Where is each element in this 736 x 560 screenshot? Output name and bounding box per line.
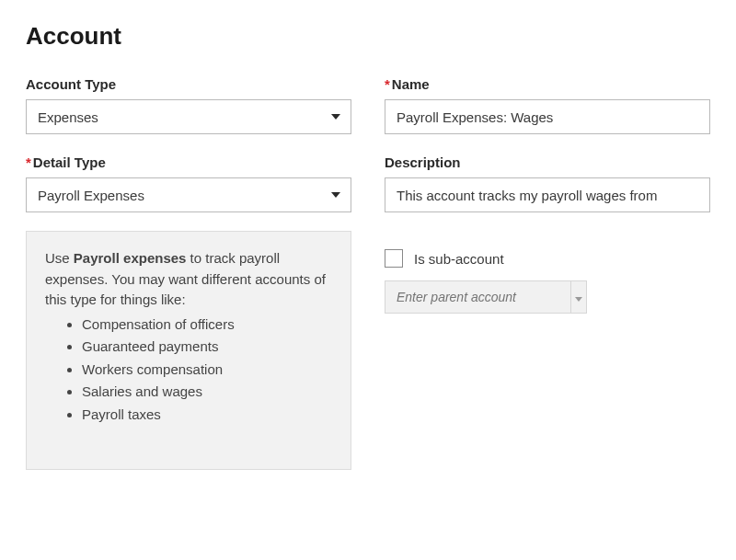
detail-type-field: *Detail Type Payroll Expenses (26, 154, 351, 212)
form-columns: Account Type Expenses *Detail Type Payro… (26, 76, 710, 470)
help-intro-bold: Payroll expenses (74, 250, 187, 266)
account-type-field: Account Type Expenses (26, 76, 351, 134)
help-item: Payroll taxes (82, 405, 332, 426)
help-item: Compensation of officers (82, 314, 332, 336)
description-label: Description (385, 154, 710, 170)
required-asterisk: * (385, 76, 390, 92)
right-column: *Name Description Is sub-account (385, 76, 710, 470)
required-asterisk: * (26, 154, 31, 170)
name-label-text: Name (392, 76, 430, 92)
help-items-list: Compensation of officers Guaranteed paym… (45, 314, 332, 426)
account-type-label: Account Type (26, 76, 351, 92)
name-input[interactable] (385, 99, 710, 134)
left-column: Account Type Expenses *Detail Type Payro… (26, 76, 351, 470)
detail-type-select[interactable]: Payroll Expenses (26, 177, 351, 212)
parent-account-input[interactable] (385, 280, 571, 314)
help-item: Workers compensation (82, 360, 332, 381)
account-type-select[interactable]: Expenses (26, 99, 351, 134)
caret-down-icon (575, 291, 582, 304)
help-item: Guaranteed payments (82, 337, 332, 358)
page-title: Account (26, 22, 710, 51)
description-input[interactable] (385, 177, 710, 212)
sub-account-checkbox[interactable] (385, 249, 403, 268)
sub-account-row: Is sub-account (385, 249, 710, 268)
description-field: Description (385, 154, 710, 212)
sub-account-label: Is sub-account (414, 251, 504, 267)
account-type-select-wrap: Expenses (26, 99, 351, 134)
parent-account-select (385, 280, 587, 314)
help-intro: Use Payroll expenses to track payroll ex… (45, 248, 332, 311)
help-item: Salaries and wages (82, 382, 332, 403)
detail-type-help-panel: Use Payroll expenses to track payroll ex… (26, 231, 351, 470)
detail-type-select-wrap: Payroll Expenses (26, 177, 351, 212)
detail-type-label-text: Detail Type (33, 154, 106, 170)
name-label: *Name (385, 76, 710, 92)
name-field: *Name (385, 76, 710, 134)
help-intro-prefix: Use (45, 250, 74, 266)
detail-type-label: *Detail Type (26, 154, 351, 170)
parent-account-dropdown-button[interactable] (571, 280, 587, 314)
